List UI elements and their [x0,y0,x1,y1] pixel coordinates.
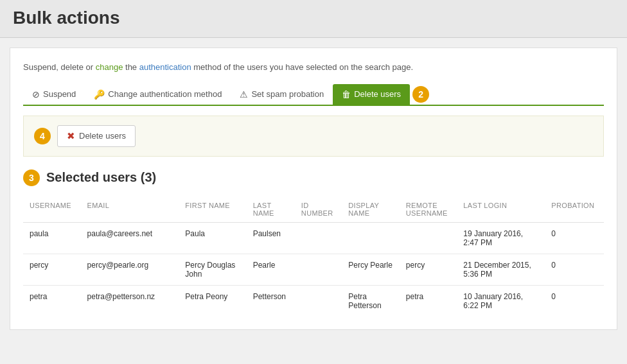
tab-change-auth[interactable]: 🔑 Change authentication method [85,84,231,105]
col-header-idnumber: ID NUMBER [295,196,342,223]
table-row: petrapetra@petterson.nzPetra PeonyPetter… [23,285,604,316]
main-content: Suspend, delete or change the authentica… [10,48,617,330]
tab-suspend[interactable]: ⊘ Suspend [23,84,85,105]
cell-firstname: Paula [179,222,246,254]
delete-tab-icon: 🗑 [342,89,351,100]
cell-lastname: Paulsen [247,222,295,254]
tab-spam-label: Set spam probation [251,89,324,99]
table-header-row: USERNAME EMAIL FIRST NAME LAST NAME ID N… [23,196,604,223]
tab-spam-probation[interactable]: ⚠ Set spam probation [231,84,333,105]
cell-displayname [342,222,400,254]
table-row: percypercy@pearle.orgPercy Douglas JohnP… [23,254,604,285]
intro-change: change [96,62,123,72]
cell-idnumber [295,254,342,285]
cell-idnumber [295,222,342,254]
cell-lastlogin: 21 December 2015, 5:36 PM [457,254,545,285]
page-title: Bulk actions [13,8,614,28]
cell-username: petra [23,285,81,316]
intro-text: Suspend, delete or change the authentica… [23,61,604,74]
cell-firstname: Percy Douglas John [179,254,246,285]
delete-users-label: Delete users [79,131,126,141]
spam-icon: ⚠ [240,89,248,100]
cell-username: percy [23,254,81,285]
col-header-email: EMAIL [81,196,179,223]
col-header-remoteusername: REMOTE USERNAME [400,196,457,223]
cell-idnumber [295,285,342,316]
cell-remoteusername: petra [400,285,457,316]
section-header: 3 Selected users (3) [23,169,604,186]
col-header-username: USERNAME [23,196,81,223]
change-auth-icon: 🔑 [94,89,105,100]
intro-authentication: authentication [139,62,191,72]
cell-email: petra@petterson.nz [81,285,179,316]
cell-displayname: Percy Pearle [342,254,400,285]
step4-area: 4 ✖ Delete users [23,116,604,157]
col-header-probation: PROBATION [545,196,604,223]
section-title: Selected users (3) [46,170,156,185]
users-table: USERNAME EMAIL FIRST NAME LAST NAME ID N… [23,196,604,316]
cell-email: percy@pearle.org [81,254,179,285]
cell-remoteusername [400,222,457,254]
cell-displayname: Petra Petterson [342,285,400,316]
tab-badge: 2 [412,86,429,103]
cell-probation: 0 [545,254,604,285]
tab-delete-label: Delete users [354,89,401,99]
cell-lastname: Petterson [247,285,295,316]
section-badge: 3 [23,169,40,186]
cell-probation: 0 [545,222,604,254]
delete-users-icon: ✖ [67,130,75,142]
cell-username: paula [23,222,81,254]
action-tabs: ⊘ Suspend 🔑 Change authentication method… [23,84,604,106]
table-body: paulapaula@careers.netPaulaPaulsen19 Jan… [23,222,604,316]
selected-users-section: 3 Selected users (3) USERNAME EMAIL FIRS… [23,169,604,316]
step4-badge: 4 [34,128,51,144]
cell-probation: 0 [545,285,604,316]
tab-suspend-label: Suspend [43,89,76,99]
page-header: Bulk actions [0,0,627,38]
tab-change-auth-label: Change authentication method [108,89,222,99]
delete-users-button[interactable]: ✖ Delete users [57,125,136,147]
cell-lastlogin: 10 January 2016, 6:22 PM [457,285,545,316]
col-header-displayname: DISPLAY NAME [342,196,400,223]
cell-firstname: Petra Peony [179,285,246,316]
col-header-lastname: LAST NAME [247,196,295,223]
table-row: paulapaula@careers.netPaulaPaulsen19 Jan… [23,222,604,254]
cell-email: paula@careers.net [81,222,179,254]
tab-delete-users[interactable]: 🗑 Delete users [333,84,410,105]
cell-remoteusername: percy [400,254,457,285]
table-header: USERNAME EMAIL FIRST NAME LAST NAME ID N… [23,196,604,223]
col-header-firstname: FIRST NAME [179,196,246,223]
col-header-lastlogin: LAST LOGIN [457,196,545,223]
cell-lastname: Pearle [247,254,295,285]
suspend-icon: ⊘ [32,89,40,100]
cell-lastlogin: 19 January 2016, 2:47 PM [457,222,545,254]
